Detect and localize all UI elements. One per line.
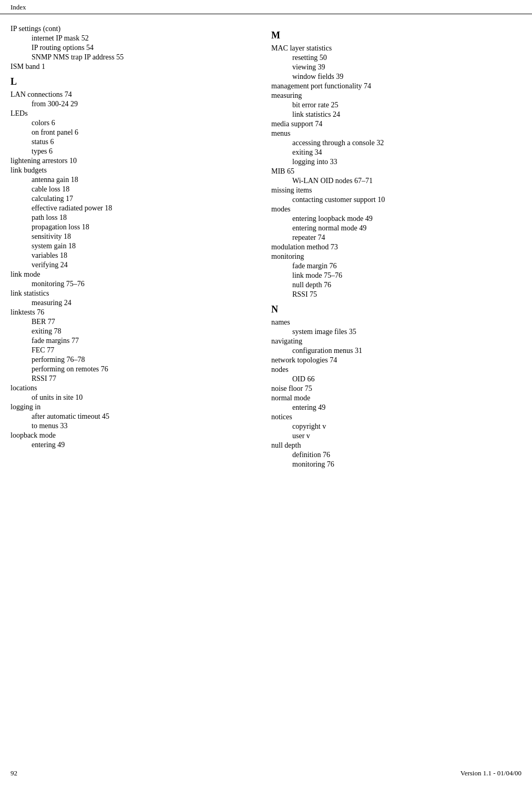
navigating-config-menus: configuration menus 31 [271, 347, 521, 355]
page-footer: 92 Version 1.1 - 01/04/00 [11, 769, 521, 777]
menus-accessing-console: accessing through a console 32 [271, 139, 521, 147]
ism-band: ISM band 1 [11, 63, 250, 71]
version-info: Version 1.1 - 01/04/00 [461, 769, 521, 777]
section-n-letter: N [271, 304, 521, 315]
leds-status: status 6 [11, 138, 250, 146]
measuring: measuring [271, 92, 521, 100]
modes-repeater: repeater 74 [271, 234, 521, 242]
page-header: Index [0, 0, 532, 14]
missing-items: missing items [271, 186, 521, 195]
section-m-letter: M [271, 30, 521, 41]
monitoring-link-mode: link mode 75–76 [271, 271, 521, 280]
menus-logging-into: logging into 33 [271, 158, 521, 166]
lt-exiting: exiting 78 [11, 327, 250, 336]
null-depth-monitoring: monitoring 76 [271, 460, 521, 469]
lb-erp: effective radiated power 18 [11, 204, 250, 213]
mgmt-port-functionality: management port functionality 74 [271, 82, 521, 90]
logging-in: logging in [11, 403, 250, 411]
notices-user: user v [271, 432, 521, 440]
lb-cable-loss: cable loss 18 [11, 185, 250, 194]
link-statistics: link statistics [11, 289, 250, 298]
loopback-entering: entering 49 [11, 441, 250, 449]
normal-mode: normal mode [271, 394, 521, 402]
lan-from-300: from 300-24 29 [11, 100, 250, 108]
leds: LEDs [11, 109, 250, 118]
leds-types: types 6 [11, 147, 250, 156]
login-auto-timeout: after automatic timeout 45 [11, 412, 250, 421]
menus: menus [271, 129, 521, 138]
modes-normal: entering normal mode 49 [271, 224, 521, 233]
lb-verifying: verifying 24 [11, 261, 250, 269]
measuring-ber: bit error rate 25 [271, 101, 521, 109]
null-depth: null depth [271, 441, 521, 450]
locations: locations [11, 384, 250, 392]
names: names [271, 318, 521, 327]
modes-loopback: entering loopback mode 49 [271, 215, 521, 223]
lb-path-loss: path loss 18 [11, 214, 250, 222]
lb-variables: variables 18 [11, 251, 250, 260]
link-mode-monitoring: monitoring 75–76 [11, 280, 250, 288]
mib: MIB 65 [271, 167, 521, 176]
lb-calculating: calculating 17 [11, 195, 250, 203]
right-column: M MAC layer statistics resetting 50 view… [266, 25, 521, 470]
page-number: 92 [11, 769, 17, 777]
ip-snmp-nms: SNMP NMS trap IP address 55 [11, 53, 250, 62]
monitoring: monitoring [271, 252, 521, 261]
normal-mode-entering: entering 49 [271, 403, 521, 412]
section-l-letter: L [11, 76, 250, 87]
lt-rssi: RSSI 77 [11, 375, 250, 383]
navigating: navigating [271, 337, 521, 346]
mac-layer-stats: MAC layer statistics [271, 44, 521, 53]
leds-colors: colors 6 [11, 119, 250, 127]
lb-antenna-gain: antenna gain 18 [11, 176, 250, 184]
names-system-image: system image files 35 [271, 328, 521, 336]
modulation-method: modulation method 73 [271, 243, 521, 251]
network-topologies: network topologies 74 [271, 356, 521, 365]
left-column: IP settings (cont) internet IP mask 52 I… [11, 25, 266, 470]
lan-connections: LAN connections 74 [11, 90, 250, 99]
media-support: media support 74 [271, 120, 521, 128]
header-title: Index [11, 3, 26, 11]
link-stat-measuring: measuring 24 [11, 299, 250, 307]
link-mode: link mode [11, 270, 250, 279]
lb-sensitivity: sensitivity 18 [11, 233, 250, 241]
lb-propagation-loss: propagation loss 18 [11, 223, 250, 231]
ip-settings-cont: IP settings (cont) [11, 25, 250, 33]
leds-front-panel: on front panel 6 [11, 128, 250, 137]
lt-ber: BER 77 [11, 318, 250, 326]
menus-exiting: exiting 34 [271, 148, 521, 157]
loopback-mode: loopback mode [11, 431, 250, 440]
lt-fade-margins: fade margins 77 [11, 337, 250, 345]
monitoring-fade-margin: fade margin 76 [271, 262, 521, 270]
ip-internet-mask: internet IP mask 52 [11, 34, 250, 43]
lt-fec: FEC 77 [11, 346, 250, 355]
link-budgets: link budgets [11, 166, 250, 175]
notices: notices [271, 413, 521, 421]
login-to-menus: to menus 33 [11, 422, 250, 430]
linktests: linktests 76 [11, 308, 250, 317]
ip-routing-options: IP routing options 54 [11, 44, 250, 52]
missing-contact-support: contacting customer support 10 [271, 196, 521, 204]
noise-floor: noise floor 75 [271, 385, 521, 393]
lightening-arrestors: lightening arrestors 10 [11, 157, 250, 165]
lt-performing: performing 76–78 [11, 356, 250, 364]
nodes-oid: OID 66 [271, 375, 521, 383]
mib-wilan-oid: Wi-LAN OID nodes 67–71 [271, 177, 521, 185]
mac-viewing: viewing 39 [271, 63, 521, 72]
measuring-link-stats: link statistics 24 [271, 110, 521, 119]
monitoring-null-depth: null depth 76 [271, 281, 521, 289]
locations-units-site: of units in site 10 [11, 393, 250, 402]
lt-performing-remotes: performing on remotes 76 [11, 365, 250, 373]
monitoring-rssi: RSSI 75 [271, 290, 521, 299]
nodes: nodes [271, 366, 521, 374]
modes: modes [271, 205, 521, 214]
mac-resetting: resetting 50 [271, 54, 521, 62]
mac-window-fields: window fields 39 [271, 73, 521, 81]
notices-copyright: copyright v [271, 422, 521, 431]
lb-system-gain: system gain 18 [11, 242, 250, 250]
null-depth-definition: definition 76 [271, 451, 521, 459]
